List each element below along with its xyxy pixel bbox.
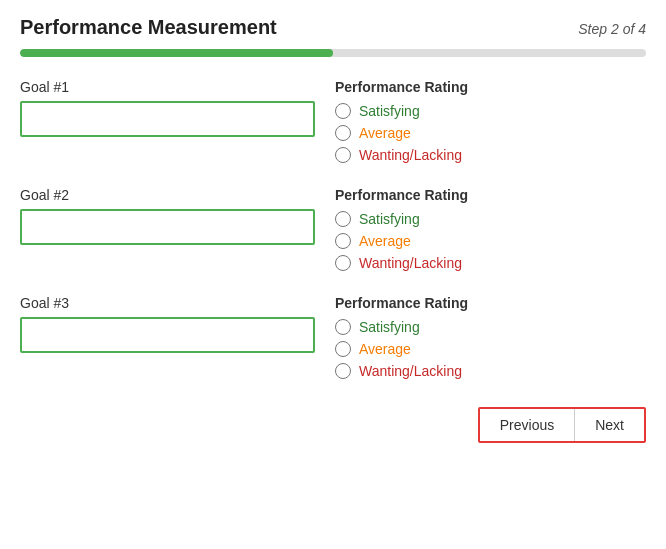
page-header: Performance Measurement Step 2 of 4 — [20, 16, 646, 39]
goal-row-1: Goal #1Performance RatingSatisfyingAvera… — [20, 79, 646, 163]
radio-2-wanting[interactable] — [335, 255, 351, 271]
goal-input-2[interactable] — [20, 209, 315, 245]
footer: Previous Next — [20, 407, 646, 443]
radio-1-average[interactable] — [335, 125, 351, 141]
radio-item-1-2[interactable]: Average — [335, 125, 646, 141]
goal-label-1: Goal #1 — [20, 79, 315, 95]
radio-label-2-1: Satisfying — [359, 211, 420, 227]
radio-item-2-1[interactable]: Satisfying — [335, 211, 646, 227]
radio-1-wanting[interactable] — [335, 147, 351, 163]
radio-label-2-2: Average — [359, 233, 411, 249]
goal-section-1: Goal #1 — [20, 79, 315, 137]
rating-label-1: Performance Rating — [335, 79, 646, 95]
previous-button[interactable]: Previous — [480, 409, 574, 441]
rating-section-3: Performance RatingSatisfyingAverageWanti… — [335, 295, 646, 379]
radio-item-3-2[interactable]: Average — [335, 341, 646, 357]
navigation-button-group: Previous Next — [478, 407, 646, 443]
radio-group-2: SatisfyingAverageWanting/Lacking — [335, 211, 646, 271]
rating-section-2: Performance RatingSatisfyingAverageWanti… — [335, 187, 646, 271]
goal-row-3: Goal #3Performance RatingSatisfyingAvera… — [20, 295, 646, 379]
radio-3-average[interactable] — [335, 341, 351, 357]
rating-section-1: Performance RatingSatisfyingAverageWanti… — [335, 79, 646, 163]
goal-section-2: Goal #2 — [20, 187, 315, 245]
step-label: Step 2 of 4 — [578, 21, 646, 37]
radio-2-average[interactable] — [335, 233, 351, 249]
progress-bar-fill — [20, 49, 333, 57]
progress-bar-container — [20, 49, 646, 57]
radio-label-3-3: Wanting/Lacking — [359, 363, 462, 379]
page-title: Performance Measurement — [20, 16, 277, 39]
radio-item-3-1[interactable]: Satisfying — [335, 319, 646, 335]
radio-item-2-3[interactable]: Wanting/Lacking — [335, 255, 646, 271]
radio-group-1: SatisfyingAverageWanting/Lacking — [335, 103, 646, 163]
goal-label-3: Goal #3 — [20, 295, 315, 311]
radio-3-satisfying[interactable] — [335, 319, 351, 335]
goal-section-3: Goal #3 — [20, 295, 315, 353]
goal-input-1[interactable] — [20, 101, 315, 137]
radio-item-1-3[interactable]: Wanting/Lacking — [335, 147, 646, 163]
radio-label-3-1: Satisfying — [359, 319, 420, 335]
rating-label-3: Performance Rating — [335, 295, 646, 311]
radio-2-satisfying[interactable] — [335, 211, 351, 227]
goals-area: Goal #1Performance RatingSatisfyingAvera… — [20, 79, 646, 379]
radio-item-3-3[interactable]: Wanting/Lacking — [335, 363, 646, 379]
goal-input-3[interactable] — [20, 317, 315, 353]
rating-label-2: Performance Rating — [335, 187, 646, 203]
goal-row-2: Goal #2Performance RatingSatisfyingAvera… — [20, 187, 646, 271]
radio-1-satisfying[interactable] — [335, 103, 351, 119]
radio-label-2-3: Wanting/Lacking — [359, 255, 462, 271]
radio-label-1-1: Satisfying — [359, 103, 420, 119]
goal-label-2: Goal #2 — [20, 187, 315, 203]
radio-label-3-2: Average — [359, 341, 411, 357]
next-button[interactable]: Next — [575, 409, 644, 441]
radio-label-1-2: Average — [359, 125, 411, 141]
radio-group-3: SatisfyingAverageWanting/Lacking — [335, 319, 646, 379]
radio-label-1-3: Wanting/Lacking — [359, 147, 462, 163]
radio-3-wanting[interactable] — [335, 363, 351, 379]
radio-item-1-1[interactable]: Satisfying — [335, 103, 646, 119]
radio-item-2-2[interactable]: Average — [335, 233, 646, 249]
